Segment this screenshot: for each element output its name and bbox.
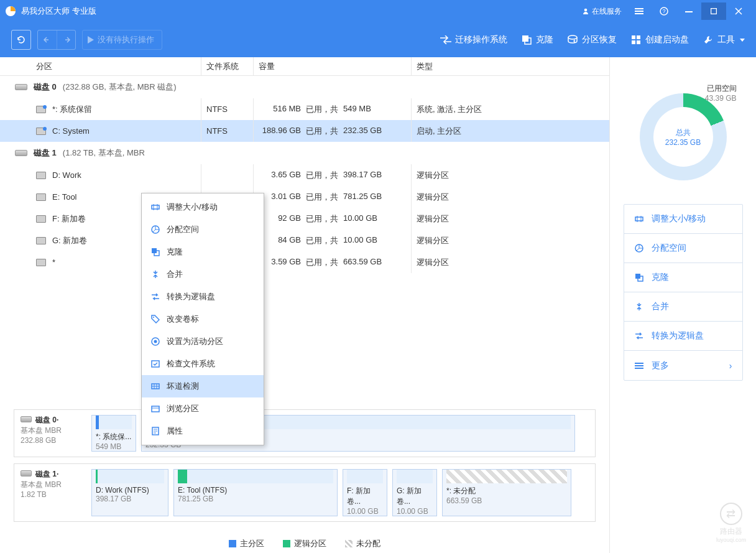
clone-icon (521, 34, 532, 45)
map-segment[interactable]: F: 新加卷...10.00 GB (343, 469, 387, 516)
map-head[interactable]: 磁盘 1·基本盘 MBR1.82 TB (21, 469, 88, 516)
partition-recovery-button[interactable]: 分区恢复 (567, 34, 617, 45)
partition-row[interactable]: D: Work 3.65 GB已用，共398.17 GB 逻辑分区 (0, 164, 609, 186)
window-minimize-button[interactable] (676, 2, 701, 20)
map-segment[interactable]: D: Work (NTFS)398.17 GB (91, 469, 168, 516)
close-icon (735, 7, 742, 15)
disk-map: 磁盘 0·基本盘 MBR232.88 GB*: 系统保...549 MBC: S… (14, 409, 596, 457)
menu-item-copy[interactable]: 克隆 (142, 241, 264, 263)
undo-button[interactable] (38, 30, 57, 49)
copy-icon (150, 247, 160, 257)
app-title: 易我分区大师 专业版 (21, 6, 96, 17)
disk-icon (21, 470, 32, 476)
partition-row[interactable]: F: 新加卷 92 GB已用，共10.00 GB 逻辑分区 (0, 208, 609, 230)
svg-rect-33 (635, 368, 643, 369)
merge-icon (634, 302, 644, 312)
menu-item-props[interactable]: 属性 (142, 420, 264, 442)
svg-rect-16 (152, 205, 159, 209)
svg-text:?: ? (662, 8, 665, 14)
more-icon (634, 361, 644, 371)
drive-icon (36, 128, 46, 135)
svg-rect-14 (632, 40, 635, 44)
merge-icon (150, 269, 160, 279)
drive-icon (36, 193, 46, 201)
menu-item-surface[interactable]: 坏道检测 (142, 375, 264, 397)
svg-rect-8 (711, 9, 717, 14)
drive-icon (36, 215, 46, 223)
pending-operations-button[interactable]: 没有待执行操作 (82, 30, 162, 50)
window-maximize-button[interactable] (701, 2, 726, 20)
action-pie[interactable]: 分配空间 (624, 234, 742, 263)
convert-icon (634, 331, 644, 341)
window-close-button[interactable] (726, 2, 751, 20)
map-segment[interactable]: G: 新加卷...10.00 GB (392, 469, 437, 516)
surface-icon (150, 381, 160, 391)
disk-map: 磁盘 1·基本盘 MBR1.82 TBD: Work (NTFS)398.17 … (14, 463, 596, 522)
maximize-icon (711, 8, 717, 14)
drive-icon (36, 259, 46, 266)
svg-point-1 (584, 9, 588, 12)
undo-icon (43, 35, 52, 44)
col-partition[interactable]: 分区 (0, 57, 201, 75)
migrate-os-button[interactable]: 迁移操作系统 (440, 34, 507, 45)
refresh-button[interactable] (11, 30, 31, 50)
menu-item-merge[interactable]: 合并 (142, 263, 264, 286)
map-segment[interactable]: *: 未分配663.59 GB (442, 469, 571, 516)
person-icon (582, 7, 589, 15)
menu-item-pie[interactable]: 分配空间 (142, 218, 264, 241)
action-more[interactable]: 更多› (624, 351, 742, 380)
disk-row[interactable]: 磁盘 1(1.82 TB, 基本盘, MBR (0, 142, 609, 164)
table-header: 分区 文件系统 容量 类型 (0, 57, 609, 76)
menu-item-check[interactable]: 检查文件系统 (142, 353, 264, 375)
svg-rect-25 (152, 406, 159, 412)
svg-point-20 (153, 317, 154, 318)
legend: 主分区 逻辑分区 未分配 (0, 534, 609, 553)
disk-row[interactable]: 磁盘 0(232.88 GB, 基本盘, MBR 磁盘) (0, 76, 609, 98)
drive-icon (36, 237, 46, 244)
map-head[interactable]: 磁盘 0·基本盘 MBR232.88 GB (21, 415, 88, 452)
active-icon (150, 337, 160, 346)
partition-row[interactable]: * 3.59 GB已用，共663.59 GB 逻辑分区 (0, 251, 609, 273)
help-icon: ? (660, 7, 668, 16)
resize-icon (634, 214, 644, 224)
watermark: ⇄ 路由器 luyouqi.com (716, 503, 746, 543)
col-filesystem[interactable]: 文件系统 (201, 57, 254, 75)
col-capacity[interactable]: 容量 (254, 57, 412, 75)
online-service-button[interactable]: 在线服务 (577, 2, 627, 20)
action-convert[interactable]: 转换为逻辑盘 (624, 322, 742, 351)
partition-row[interactable]: E: Tool 3.01 GB已用，共781.25 GB 逻辑分区 (0, 186, 609, 208)
map-segment[interactable]: *: 系统保...549 MB (91, 415, 136, 452)
action-merge[interactable]: 合并 (624, 292, 742, 322)
partition-row[interactable]: C: System NTFS 188.96 GB已用，共232.35 GB 启动… (0, 120, 609, 142)
drive-icon (36, 172, 46, 179)
recover-icon (567, 34, 578, 45)
svg-rect-3 (635, 11, 643, 12)
create-boot-disk-button[interactable]: 创建启动盘 (630, 34, 689, 45)
action-copy[interactable]: 克隆 (624, 263, 742, 292)
partition-row[interactable]: G: 新加卷 84 GB已用，共10.00 GB 逻辑分区 (0, 230, 609, 251)
clone-button[interactable]: 克隆 (521, 34, 553, 45)
menu-item-active[interactable]: 设置为活动分区 (142, 330, 264, 353)
redo-button[interactable] (57, 30, 75, 49)
menu-item-browse[interactable]: 浏览分区 (142, 397, 264, 420)
chevron-right-icon: › (729, 361, 732, 371)
help-button[interactable]: ? (652, 2, 676, 20)
right-panel: 已用空间 43.39 GB 总共 232.35 GB 调整大小/移动分配空间克隆… (609, 57, 756, 553)
tools-dropdown[interactable]: 工具 (703, 34, 745, 45)
redo-icon (62, 35, 71, 44)
col-type[interactable]: 类型 (412, 57, 609, 75)
map-segment[interactable]: E: Tool (NTFS)781.25 GB (173, 469, 338, 516)
menu-item-tag[interactable]: 改变卷标 (142, 308, 264, 330)
convert-icon (150, 292, 160, 302)
disk-icon (15, 84, 27, 90)
action-resize[interactable]: 调整大小/移动 (624, 205, 742, 234)
menu-list-button[interactable] (627, 2, 652, 20)
minimize-icon (685, 7, 693, 15)
svg-rect-15 (637, 40, 640, 44)
menu-item-convert[interactable]: 转换为逻辑盘 (142, 286, 264, 308)
context-menu: 调整大小/移动分配空间克隆合并转换为逻辑盘改变卷标设置为活动分区检查文件系统坏道… (141, 193, 264, 445)
menu-item-resize[interactable]: 调整大小/移动 (142, 196, 264, 218)
pie-icon (150, 225, 160, 235)
pie-icon (634, 243, 644, 253)
partition-row[interactable]: *: 系统保留 NTFS 516 MB已用，共549 MB 系统, 激活, 主分… (0, 98, 609, 120)
